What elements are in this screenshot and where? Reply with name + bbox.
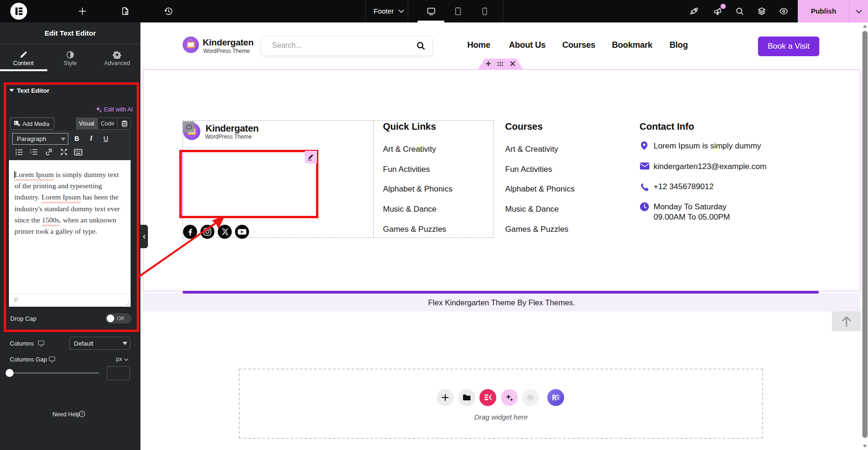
svg-text:2: 2 [30,151,31,154]
svg-text:?: ? [81,412,83,416]
